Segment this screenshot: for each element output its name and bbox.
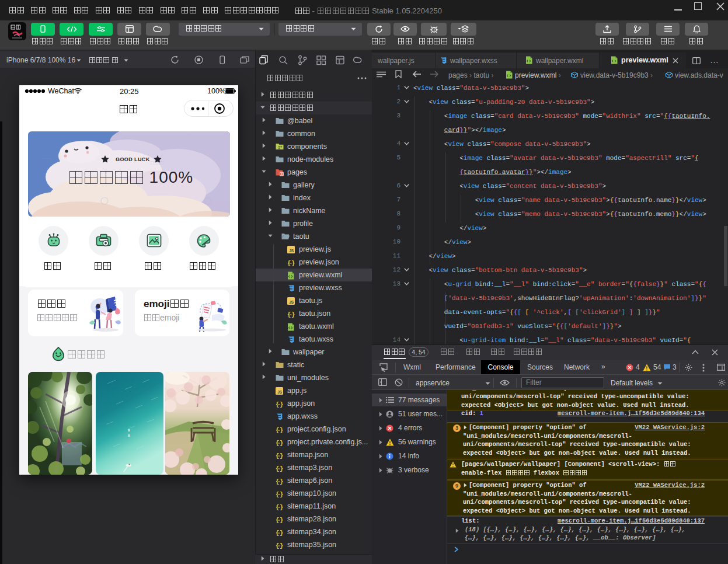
svg-text:{: { [276,491,279,498]
svg-text:{: { [287,260,291,267]
svg-text:}: } [280,542,283,549]
svg-text:{: { [276,401,279,408]
svg-text:}: } [280,427,283,434]
svg-text:}: } [280,465,283,472]
svg-text:}: } [280,452,283,459]
svg-text:{: { [276,427,279,434]
svg-text:}: } [280,530,283,537]
svg-text:{: { [287,311,291,318]
svg-text:JS: JS [277,390,283,394]
svg-text:}: } [291,260,295,267]
svg-text:{: { [276,542,279,549]
svg-text:}: } [280,401,283,408]
svg-text:}: } [280,478,283,485]
svg-text:{: { [276,478,279,485]
svg-text:{: { [276,530,279,537]
svg-text:}: } [291,311,295,318]
svg-text:}: } [280,504,283,511]
svg-text:GOOD LUCK: GOOD LUCK [116,156,150,162]
svg-text:{: { [276,440,279,447]
svg-text:{: { [276,517,279,524]
svg-text:JS: JS [289,300,294,304]
svg-text:}: } [280,440,283,447]
svg-text:}: } [280,517,283,524]
svg-text:{: { [276,452,279,459]
svg-text:{: { [276,465,279,472]
svg-text:□□□□: □□□□ [41,157,54,163]
svg-text:JS: JS [289,249,294,253]
svg-text:{: { [276,504,279,511]
svg-text:}: } [280,491,283,498]
